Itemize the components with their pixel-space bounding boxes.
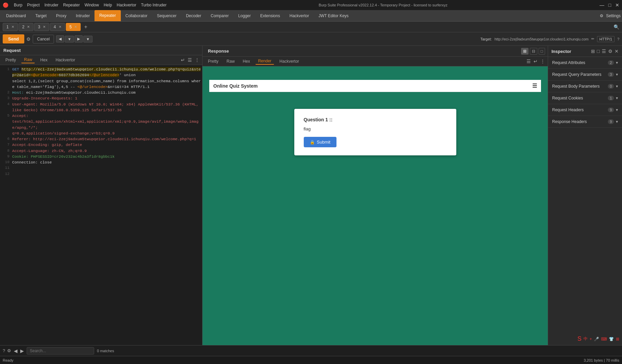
inspector-response-headers[interactable]: Response Headers 9 ▾ xyxy=(548,116,622,128)
gear-btn[interactable]: ⚙ xyxy=(7,348,11,353)
response-wrap-icon[interactable]: ↵ xyxy=(534,59,538,64)
menu-help[interactable]: Help xyxy=(104,3,112,7)
code-line: 12 xyxy=(0,171,202,177)
nav-tab-sequencer[interactable]: Sequencer xyxy=(152,10,181,21)
nav-tab-dashboard[interactable]: Dashboard xyxy=(1,10,31,21)
inspector-request-attributes[interactable]: Request Attributes 2 ▾ xyxy=(548,57,622,69)
settings-btn[interactable]: ⚙ Settings xyxy=(600,13,621,18)
response-tab-raw[interactable]: Raw xyxy=(224,58,237,64)
request-tab-raw[interactable]: Raw xyxy=(21,57,35,63)
request-tab-hex[interactable]: Hex xyxy=(37,57,50,63)
inspector-body-params[interactable]: Request Body Parameters 0 ▾ xyxy=(548,81,622,92)
response-tab-hackvertor[interactable]: Hackvertor xyxy=(277,58,302,64)
cancel-button[interactable]: Cancel xyxy=(33,35,54,43)
inspector-close-icon[interactable]: ✕ xyxy=(615,49,619,54)
sogou-icon: S xyxy=(577,335,582,342)
request-tab-pretty[interactable]: Pretty xyxy=(3,57,19,63)
response-tab-render[interactable]: Render xyxy=(255,58,274,65)
inspector-view-single-icon[interactable]: □ xyxy=(597,49,600,54)
history-nav: ◀ ▼ ▶ ▼ xyxy=(56,35,92,42)
forward-btn[interactable]: ▶ xyxy=(20,348,24,354)
submit-btn-label: Submit xyxy=(317,140,330,145)
nav-tab-jwt[interactable]: JWT Editor Keys xyxy=(314,10,353,21)
menu-intruder[interactable]: Intruder xyxy=(45,3,58,7)
send-options-btn[interactable]: ⚙ xyxy=(26,36,31,42)
nav-tab-hackvertor[interactable]: Hackvertor xyxy=(285,10,314,21)
list-icon[interactable]: ☰ xyxy=(188,57,192,63)
repeater-tab-4[interactable]: 4✕ xyxy=(50,23,65,31)
code-line: 9 Cookie: PHPSESSID=cr26v232ac4b2a3f1dr8… xyxy=(0,154,202,159)
inspector-request-headers[interactable]: Request Headers 9 ▾ xyxy=(548,104,622,116)
menu-hackvertor[interactable]: Hackvertor xyxy=(117,3,136,7)
inspector-list-icon[interactable]: ☰ xyxy=(602,49,606,54)
quiz-card: Question 1 :: flag 🔒 Submit xyxy=(294,109,456,155)
menu-turbo-intruder[interactable]: Turbo Intruder xyxy=(141,3,167,7)
response-tab-hex[interactable]: Hex xyxy=(240,58,252,64)
repeater-tab-3[interactable]: 3✕ xyxy=(34,23,49,31)
request-panel: Request Pretty Raw Hex Hackvertor ↵ ☰ ⋮ … xyxy=(0,46,202,345)
nav-tab-comparer[interactable]: Comparer xyxy=(206,10,233,21)
target-bar: Target: http://eci-2zej9adxum5twupqe1or.… xyxy=(480,36,619,42)
menu-icon[interactable]: ☰ xyxy=(532,83,537,89)
repeater-tab-1[interactable]: 1✕ xyxy=(3,23,18,31)
response-tab-pretty[interactable]: Pretty xyxy=(205,58,221,64)
request-code-area[interactable]: 1 GET http://eci-2zej9adxum5twupqe1or.cl… xyxy=(0,65,202,345)
nav-tab-target[interactable]: Target xyxy=(31,10,51,21)
wrap-icon[interactable]: ↵ xyxy=(181,57,185,63)
nav-tab-repeater[interactable]: Repeater xyxy=(94,10,120,21)
submit-button[interactable]: 🔒 Submit xyxy=(304,137,336,147)
settings-label: Settings xyxy=(606,13,621,18)
minimize-btn[interactable]: — xyxy=(600,2,604,8)
tab-search-icon[interactable]: 🔍 xyxy=(614,24,619,30)
prev-arrow[interactable]: ◀ xyxy=(56,35,64,42)
nav-tab-collaborator[interactable]: Collaborator xyxy=(121,10,152,21)
inspector-cookies[interactable]: Request Cookies 1 ▾ xyxy=(548,92,622,104)
menu-window[interactable]: Window xyxy=(84,3,99,7)
view-split-horizontal[interactable]: ⊟ xyxy=(530,48,537,55)
menu-repeater[interactable]: Repeater xyxy=(63,3,80,7)
request-tab-hackvertor[interactable]: Hackvertor xyxy=(53,57,78,63)
prev-dropdown[interactable]: ▼ xyxy=(65,36,74,42)
nav-tab-intruder[interactable]: Intruder xyxy=(71,10,94,21)
repeater-tab-2[interactable]: 2✕ xyxy=(19,23,34,31)
inspector-title: Inspector xyxy=(551,49,571,54)
view-single[interactable]: □ xyxy=(539,48,545,55)
nav-bar: Dashboard Target Proxy Intruder Repeater… xyxy=(0,10,622,22)
code-line: 6 Referer: http://eci-2zej9adxum5twupqe1… xyxy=(0,136,202,142)
edit-target-icon[interactable]: ✏ xyxy=(591,37,594,41)
nav-tab-logger[interactable]: Logger xyxy=(234,10,255,21)
status-bar: Ready 3,201 bytes | 70 millis xyxy=(0,356,622,364)
response-list-icon[interactable]: ☰ xyxy=(526,59,531,64)
help-btn[interactable]: ? xyxy=(3,348,5,353)
response-more-icon[interactable]: ⋮ xyxy=(540,59,545,64)
back-btn[interactable]: ◀ xyxy=(14,348,18,354)
tshirt-icon: 👕 xyxy=(609,337,614,341)
next-arrow[interactable]: ▶ xyxy=(75,35,83,42)
http-version[interactable]: HTTP/1 xyxy=(597,36,615,42)
send-button[interactable]: Send xyxy=(3,34,24,43)
nav-tab-proxy[interactable]: Proxy xyxy=(51,10,71,21)
code-line: 7 Accept-Encoding: gzip, deflate xyxy=(0,142,202,148)
add-tab-btn[interactable]: + xyxy=(81,23,90,31)
nav-tab-decoder[interactable]: Decoder xyxy=(181,10,206,21)
close-btn[interactable]: ✕ xyxy=(615,2,619,8)
inspector-view-split-icon[interactable]: ⊞ xyxy=(591,49,595,54)
next-dropdown[interactable]: ▼ xyxy=(83,36,92,42)
response-header-row: Response ⊞ ⊟ □ xyxy=(202,46,548,57)
help-icon[interactable]: ? xyxy=(617,37,619,41)
menu-burp[interactable]: Burp xyxy=(14,3,22,7)
repeater-tab-5[interactable]: 5✕ xyxy=(66,23,81,31)
view-split-vertical[interactable]: ⊞ xyxy=(521,48,529,55)
more-icon[interactable]: ⋮ xyxy=(195,57,199,63)
inspector-settings-icon[interactable]: ⚙ xyxy=(608,49,613,54)
settings-icon: ⚙ xyxy=(600,13,603,18)
search-input[interactable] xyxy=(27,347,94,355)
code-line: 8 Accept-Language: zh-CN, zh;q=0.9 xyxy=(0,148,202,154)
menu-project[interactable]: Project xyxy=(27,3,39,7)
nav-tab-extensions[interactable]: Extensions xyxy=(255,10,285,21)
status-ready: Ready xyxy=(3,358,13,362)
response-view-icons: ⊞ ⊟ □ xyxy=(521,48,545,55)
maximize-btn[interactable]: □ xyxy=(609,2,611,8)
inspector-query-params[interactable]: Request Query Parameters 3 ▾ xyxy=(548,69,622,81)
request-panel-header: Request xyxy=(0,46,202,55)
